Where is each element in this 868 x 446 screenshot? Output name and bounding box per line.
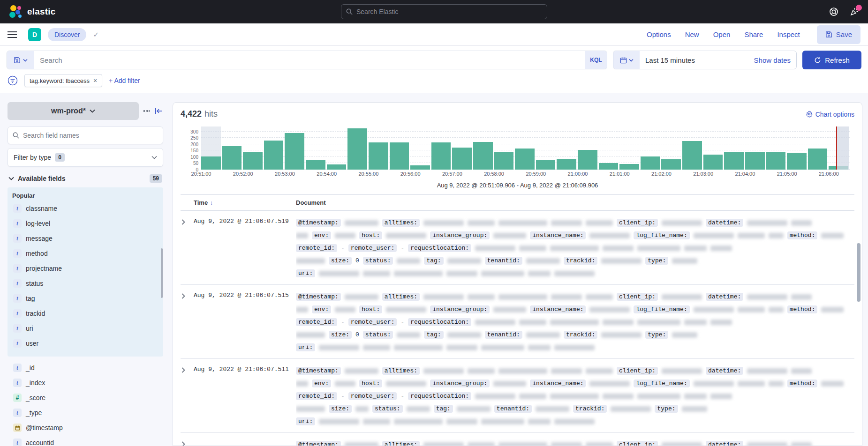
sidebar-scrollbar[interactable]: [161, 248, 163, 298]
chart-options-button[interactable]: Chart options: [806, 111, 854, 118]
inspect-link[interactable]: Inspect: [777, 30, 800, 38]
filter-menu-icon[interactable]: [8, 75, 18, 86]
histogram-bar[interactable]: [682, 141, 702, 170]
histogram-bar[interactable]: [264, 141, 284, 170]
redacted-value: [457, 406, 491, 412]
field-item-message[interactable]: tmessage: [12, 231, 159, 246]
row-document: @timestamp:alltimes:client_ip:datetime:e…: [296, 364, 854, 428]
field-label-badge: uri:: [296, 269, 315, 277]
field-value: 0: [355, 257, 359, 264]
field-item-projectname[interactable]: tprojectname: [12, 261, 159, 276]
field-item-_type[interactable]: t_type: [12, 405, 159, 420]
histogram-bar[interactable]: [661, 159, 681, 170]
field-item-_index[interactable]: t_index: [12, 375, 159, 390]
date-picker[interactable]: Last 15 minutes Show dates: [613, 51, 797, 69]
histogram-bar[interactable]: [473, 142, 493, 170]
histogram-bar[interactable]: [641, 156, 660, 170]
field-item-uri[interactable]: turi: [12, 321, 159, 336]
histogram-bar[interactable]: [452, 148, 472, 170]
histogram-bar[interactable]: [431, 142, 451, 170]
histogram-bar[interactable]: [515, 149, 535, 170]
histogram-bar[interactable]: [243, 152, 263, 170]
histogram-bar[interactable]: [578, 150, 597, 170]
add-filter-button[interactable]: + Add filter: [109, 77, 140, 84]
redacted-value: [589, 381, 630, 387]
kql-language-button[interactable]: KQL: [585, 51, 607, 69]
histogram-bar[interactable]: [222, 146, 242, 170]
histogram-bar[interactable]: [306, 160, 325, 170]
field-label-badge: datetime:: [706, 441, 743, 446]
new-link[interactable]: New: [685, 30, 699, 38]
histogram-bar[interactable]: [327, 164, 347, 170]
redacted-value: [662, 442, 702, 446]
histogram-bar[interactable]: [557, 159, 576, 170]
filter-by-type-select[interactable]: Filter by type 0: [8, 148, 163, 167]
field-item-tag[interactable]: ttag: [12, 291, 159, 306]
redacted-value: [586, 220, 613, 226]
field-item-status[interactable]: tstatus: [12, 276, 159, 291]
document-column-header: Document: [296, 199, 326, 206]
field-item-classname[interactable]: tclassname: [12, 201, 159, 216]
field-item-_score[interactable]: #_score: [12, 390, 159, 405]
options-link[interactable]: Options: [647, 30, 671, 38]
field-item-_id[interactable]: t_id: [12, 360, 159, 375]
histogram-bar[interactable]: [724, 152, 744, 170]
menu-icon[interactable]: [8, 31, 17, 38]
string-field-icon: t: [13, 294, 22, 303]
show-dates-button[interactable]: Show dates: [748, 51, 796, 69]
remove-filter-icon[interactable]: ×: [93, 77, 97, 84]
global-search-input[interactable]: Search Elastic: [341, 4, 547, 19]
open-link[interactable]: Open: [713, 30, 731, 38]
redacted-value: [554, 271, 595, 276]
histogram-bar[interactable]: [390, 142, 409, 170]
row-timestamp: Aug 9, 2022 @ 21:06:07.515: [194, 290, 296, 354]
kql-search-input[interactable]: Search KQL: [7, 51, 607, 69]
breadcrumb[interactable]: Discover: [48, 28, 86, 41]
histogram-bar[interactable]: [494, 152, 514, 170]
help-icon[interactable]: [829, 7, 839, 17]
results-scrollbar[interactable]: [857, 243, 860, 302]
histogram-bar[interactable]: [536, 160, 556, 170]
field-value: -: [400, 245, 404, 252]
collapse-sidebar-icon[interactable]: [155, 108, 162, 114]
expand-row-icon[interactable]: [181, 218, 189, 226]
histogram-bar[interactable]: [410, 165, 430, 170]
expand-row-icon[interactable]: [181, 440, 189, 446]
field-item-user[interactable]: tuser: [12, 336, 159, 351]
field-search-input[interactable]: Search field names: [8, 126, 163, 144]
filter-pill[interactable]: tag.keyword: lbaccess ×: [24, 74, 102, 87]
date-quick-menu-button[interactable]: [613, 51, 640, 69]
histogram-bar[interactable]: [201, 156, 221, 170]
newsfeed-icon[interactable]: [849, 7, 860, 17]
field-name: _score: [26, 394, 45, 401]
field-item-trackid[interactable]: ttrackid: [12, 306, 159, 321]
expand-row-icon[interactable]: [181, 292, 189, 300]
save-button[interactable]: Save: [817, 25, 860, 44]
histogram-bar[interactable]: [703, 155, 723, 170]
share-link[interactable]: Share: [744, 30, 763, 38]
field-item-accountid[interactable]: taccountid: [12, 435, 159, 446]
elastic-logo[interactable]: elastic: [8, 5, 56, 19]
histogram-bar[interactable]: [766, 152, 786, 170]
available-fields-header[interactable]: Available fields 59: [8, 174, 163, 183]
redacted-value: [551, 220, 582, 226]
histogram-bar[interactable]: [369, 142, 388, 170]
histogram-bar[interactable]: [808, 149, 828, 170]
histogram-bar[interactable]: [347, 128, 367, 170]
saved-query-menu-button[interactable]: [7, 51, 34, 69]
histogram-bar[interactable]: [619, 164, 639, 170]
time-range-value[interactable]: Last 15 minutes: [640, 51, 748, 69]
histogram-bar[interactable]: [285, 133, 304, 170]
field-item-@timestamp[interactable]: @timestamp: [12, 420, 159, 435]
field-item-log-level[interactable]: tlog-level: [12, 216, 159, 231]
time-column-header[interactable]: Time ↓: [194, 199, 296, 206]
refresh-button[interactable]: Refresh: [802, 51, 861, 69]
y-axis-tick-label: 100: [181, 155, 198, 160]
histogram-bar[interactable]: [599, 163, 619, 170]
expand-row-icon[interactable]: [181, 366, 189, 374]
field-settings-icon[interactable]: [143, 110, 150, 112]
histogram-bar[interactable]: [745, 152, 765, 170]
histogram-bar[interactable]: [787, 153, 807, 170]
index-pattern-selector[interactable]: wm-prod*: [8, 102, 139, 120]
field-item-method[interactable]: tmethod: [12, 246, 159, 261]
